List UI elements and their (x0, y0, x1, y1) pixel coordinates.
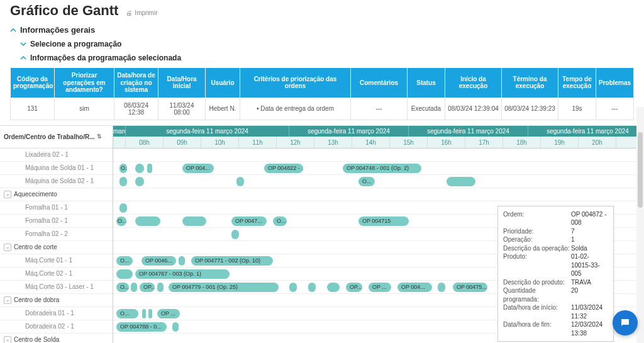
gantt-resource-row[interactable]: Máq.Corte 01 - 1 (0, 254, 113, 267)
gantt-bar[interactable]: O... (358, 177, 375, 186)
info-th: Problemas (596, 68, 634, 98)
gantt-bar[interactable] (308, 283, 316, 292)
gantt-bar[interactable]: OP 004... (182, 164, 214, 173)
section-selected-info[interactable]: Informações da programação selecionada (0, 51, 644, 65)
section-general-label: Informações gerais (20, 25, 95, 35)
gantt-bar[interactable] (172, 322, 179, 332)
tooltip-value: OP 004872 - 008 (571, 210, 608, 227)
gantt-bar[interactable]: OP 0047... (231, 216, 267, 226)
row-label: Centro de corte (14, 244, 57, 250)
gantt-group-row[interactable]: ⌄Aquececimento (0, 188, 113, 201)
gantt-row (113, 188, 644, 201)
gantt-bar[interactable] (289, 283, 297, 292)
gantt-bar[interactable]: O... (119, 164, 127, 173)
info-td: 19s (558, 98, 596, 120)
tooltip-label: Descrição do produto: (503, 278, 571, 287)
gantt-bar[interactable] (119, 177, 127, 186)
gantt-bar[interactable]: OP ... (369, 283, 391, 292)
gantt-bar[interactable] (438, 283, 445, 292)
chat-button[interactable] (613, 310, 638, 335)
gantt-bar[interactable]: O... (116, 256, 133, 266)
gantt-bar[interactable]: OP 004748 - 001 (Op. 2) (343, 164, 421, 173)
gantt-bar[interactable] (182, 216, 206, 226)
collapse-toggle[interactable]: ⌄ (4, 296, 11, 304)
gantt-bar[interactable] (236, 177, 244, 186)
gantt-resource-row[interactable]: Lixadeira 02 - 1 (0, 149, 113, 162)
gantt-resource-row[interactable]: Fornalha 02 - 1 (0, 215, 113, 228)
gantt-resource-row[interactable]: Dobradeira 02 - 1 (0, 320, 113, 334)
gantt-bar[interactable]: O... (273, 216, 287, 226)
gantt-resource-row[interactable]: Máq.Corte 02 - 1 (0, 267, 113, 281)
tooltip-value: 20 (571, 286, 608, 303)
sort-icon[interactable]: ⇅ (97, 133, 102, 140)
gantt-bar[interactable] (119, 203, 127, 213)
gantt-bar[interactable]: OP... (346, 283, 362, 292)
gantt-bar[interactable] (135, 216, 160, 226)
gantt-bar[interactable]: O... (116, 283, 129, 292)
scrollbar-thumb[interactable] (638, 132, 643, 208)
gantt-bar[interactable] (179, 256, 185, 266)
gantt-group-row[interactable]: ⌄Centro de dobra (0, 294, 113, 307)
tooltip-label: Descrição da operação: (503, 244, 571, 253)
info-th: Priorizar operações em andamento? (55, 68, 114, 98)
gantt-resource-row[interactable]: Fornalha 01 - 1 (0, 201, 113, 215)
info-table: Código da programaçãoPriorizar operações… (10, 67, 634, 120)
gantt-bar[interactable]: OP 004779 - 001 (Op. 25) (169, 283, 279, 292)
row-label: Centro de dobra (14, 296, 59, 303)
gantt-bar[interactable] (231, 230, 239, 239)
gantt-bar[interactable]: OP 00475... (453, 283, 487, 292)
gantt-bar[interactable]: O... (116, 216, 126, 226)
info-td: Hebert N. (206, 98, 240, 120)
vertical-scrollbar[interactable] (636, 107, 644, 343)
gantt-bar[interactable] (135, 164, 144, 173)
gantt-group-row[interactable]: ⌄Centro de corte (0, 241, 113, 254)
info-td: 131 (11, 98, 55, 120)
date-header: segunda-feira 11 março 2024 (528, 126, 644, 137)
gantt-bar[interactable] (135, 177, 144, 186)
gantt-bar[interactable]: OP 004771 - 002 (Op. 10) (191, 256, 273, 266)
section-select[interactable]: Selecione a programação (0, 37, 644, 51)
tooltip-value: Solda (571, 244, 608, 253)
info-td: --- (351, 98, 408, 120)
hour-header: 16h (428, 137, 465, 148)
gantt-bar[interactable] (447, 177, 475, 186)
gantt-bar[interactable]: OP 004715 (358, 216, 409, 226)
row-label: Fornalha 01 - 1 (25, 204, 68, 211)
chevron-down-icon (20, 41, 26, 47)
row-label: Máq.Corte 02 - 1 (25, 270, 72, 277)
gantt-bar[interactable] (131, 283, 137, 292)
gantt-bar[interactable]: OP 004767 - 003 (Op. 1) (135, 269, 230, 279)
gantt-group-row[interactable]: ⌄Centro de Solda (0, 334, 113, 344)
tooltip-value: 7 (571, 227, 608, 236)
hour-header: 08h (126, 137, 164, 148)
gantt-left-header[interactable]: Ordem/Centro de Trabalho/R... ⇅ (0, 126, 113, 149)
collapse-toggle[interactable]: ⌄ (4, 191, 11, 198)
section-general[interactable]: Informações gerais (0, 23, 644, 37)
gantt-bar[interactable]: O... (116, 309, 138, 318)
tooltip-value: 01-02-10015-33-005 (571, 252, 608, 278)
gantt-resource-row[interactable]: Máquina de Solda 01 - 1 (0, 162, 113, 175)
collapse-toggle[interactable]: ⌄ (4, 336, 11, 344)
gantt-bar[interactable]: OP 004788 - 0... (116, 322, 167, 332)
gantt-bar[interactable]: OP ... (157, 309, 180, 318)
gantt-resource-row[interactable]: Dobradeira 01 - 1 (0, 307, 113, 320)
gantt-bar[interactable]: OP 004822 - ... (264, 164, 303, 173)
collapse-toggle[interactable]: ⌄ (4, 244, 11, 251)
row-label: Dobradeira 01 - 1 (25, 310, 74, 317)
row-label: Fornalha 02 - 1 (25, 217, 68, 224)
gantt-bar[interactable] (147, 164, 152, 173)
gantt-bar[interactable] (327, 283, 340, 292)
print-button[interactable]: 🖨 Imprimir (126, 9, 157, 16)
gantt-resource-row[interactable]: Fornalha 02 - 2 (0, 228, 113, 241)
gantt-bar[interactable] (142, 309, 146, 318)
gantt-bar[interactable]: OP... (140, 283, 155, 292)
hour-header: 10h (201, 137, 239, 148)
gantt-bar[interactable]: OP 004... (397, 283, 432, 292)
hour-header: 12h (277, 137, 314, 148)
gantt-bar[interactable] (116, 269, 133, 279)
gantt-bar[interactable]: OP 0046... (142, 256, 176, 266)
gantt-bar[interactable] (148, 309, 152, 318)
gantt-bar[interactable] (157, 283, 164, 292)
gantt-resource-row[interactable]: Máq.Corte 03 - Laser - 1 (0, 281, 113, 294)
gantt-resource-row[interactable]: Máquina de Solda 02 - 1 (0, 175, 113, 188)
